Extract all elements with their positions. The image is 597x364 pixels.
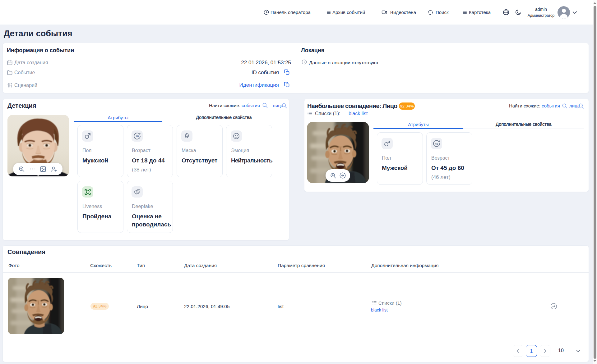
svg-text:18: 18 <box>136 134 139 138</box>
svg-text:45: 45 <box>435 142 438 145</box>
